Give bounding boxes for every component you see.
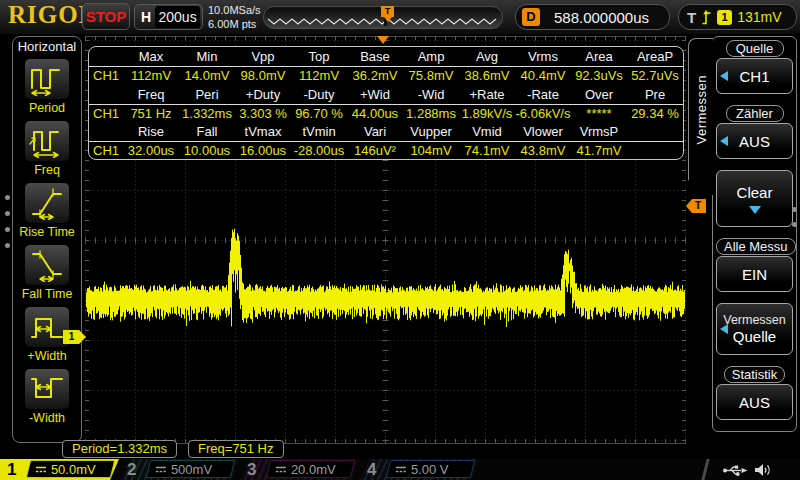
measurement-value: 38.6mV <box>459 67 515 86</box>
channel-scale: 500mV <box>171 462 212 477</box>
measurement-header: Vari <box>347 123 403 141</box>
dc-coupling-icon <box>395 466 407 473</box>
measurement-header: Vupper <box>403 123 459 141</box>
freq-readout: Freq=751 Hz <box>188 440 284 458</box>
softkey-label: Vermessen <box>723 313 786 327</box>
status-bar: RIGOL STOP H 200us 10.0MSa/s 6.00M pts T… <box>0 0 800 34</box>
channel-scale-box: 500mV <box>146 460 235 478</box>
delay-readout: D 588.000000us <box>515 4 670 30</box>
measurement-header-row: FreqPeri+Duty-Duty+Wid-Wid+Rate-RateOver… <box>89 86 683 105</box>
measurement-header: Vpp <box>235 48 291 66</box>
softkey-panel: QuelleCH1ZählerAUSClearAlle MessuEINVerm… <box>712 36 797 432</box>
ch1-zero-marker[interactable]: 1 <box>63 330 86 344</box>
softkey-alle-messu[interactable]: Alle MessuEIN <box>716 238 793 292</box>
measurement-value: 32.00us <box>123 142 179 160</box>
measurement-header: Base <box>347 48 403 66</box>
measurement-header: Fall <box>179 123 235 141</box>
softkey-zahler[interactable]: ZählerAUS <box>716 105 793 159</box>
measurement-header: Vrms <box>515 48 571 66</box>
measurement-value: 3.303 % <box>235 105 291 124</box>
measurement-header-row: MaxMinVppTopBaseAmpAvgVrmsAreaAreaP <box>89 48 683 67</box>
measurement-header: Avg <box>459 48 515 66</box>
softkey-value: AUS <box>739 394 770 411</box>
channel-3-status[interactable]: 320.0mV <box>240 459 359 480</box>
softkey-clear[interactable]: Clear <box>716 170 793 227</box>
measurement-header: tVmin <box>291 123 347 141</box>
channel-label: CH1 <box>89 67 123 86</box>
measurement-value: 98.0mV <box>235 67 291 86</box>
softkey-statistik[interactable]: StatistikAUS <box>716 366 793 420</box>
softkey-label: Statistik <box>724 366 786 383</box>
measurement-value: 75.8mV <box>403 67 459 86</box>
row-label-spacer <box>89 123 123 141</box>
menu-page-dot <box>5 243 10 248</box>
menu-tab-label: Vermessen <box>694 75 709 145</box>
softkey-value-box: EIN <box>716 256 793 292</box>
menu-item-width[interactable]: -Width <box>13 368 81 425</box>
menu-page-dot <box>5 195 10 200</box>
measurement-table: MaxMinVppTopBaseAmpAvgVrmsAreaAreaPCH111… <box>88 46 684 160</box>
measurement-header: Area <box>571 48 627 66</box>
softkey-value: AUS <box>739 133 770 150</box>
menu-item-fall-time[interactable]: Fall Time <box>13 244 81 301</box>
measurement-header: -Wid <box>403 86 459 104</box>
measurement-header: Peri <box>179 86 235 104</box>
usb-icon <box>722 463 748 480</box>
acquisition-info: 10.0MSa/s 6.00M pts <box>208 3 261 31</box>
measurement-header: tVmax <box>235 123 291 141</box>
measurement-value: 96.70 % <box>291 105 347 124</box>
horizontal-position-bar[interactable]: T <box>263 6 503 29</box>
measurement-value: 36.2mV <box>347 67 403 86</box>
measurement-header: Vlower <box>515 123 571 141</box>
row-label-spacer <box>89 86 123 104</box>
run-stop-button[interactable]: STOP <box>82 3 130 30</box>
menu-item-freq[interactable]: Freq <box>13 120 81 177</box>
left-arrow-icon <box>720 136 728 146</box>
channel-status-bar: 150.0mV2500mV320.0mV45.00 V <box>0 459 800 480</box>
horizontal-timebase-control[interactable]: H 200us <box>134 4 203 30</box>
softkey-value-box: AUS <box>716 384 793 420</box>
measurement-value-row: CH1112mV14.0mV98.0mV112mV36.2mV75.8mV38.… <box>89 67 683 86</box>
divider <box>701 459 709 480</box>
measurement-header: Max <box>123 48 179 66</box>
measurement-header: Pre <box>627 86 683 104</box>
channel-4-status[interactable]: 45.00 V <box>360 459 479 480</box>
menu-item-label: Period <box>29 101 65 115</box>
channel-label: CH1 <box>89 142 123 160</box>
trigger-position-flag[interactable]: T <box>381 6 394 17</box>
measurement-value: 10.00us <box>179 142 235 160</box>
measurement-value-row: CH1751 Hz1.332ms3.303 %96.70 %44.00us1.2… <box>89 105 683 124</box>
measurement-value: 41.7mV <box>571 142 627 160</box>
measurement-value: 40.4mV <box>515 67 571 86</box>
softkey-quelle[interactable]: QuelleCH1 <box>716 40 793 94</box>
measurement-header: Top <box>291 48 347 66</box>
channel-2-status[interactable]: 2500mV <box>120 459 239 480</box>
measurement-header: Freq <box>123 86 179 104</box>
delay-value: 588.000000us <box>540 9 663 26</box>
measurement-value: 92.3uVs <box>571 67 627 86</box>
channel-scale: 5.00 V <box>411 462 449 477</box>
softkey-vermessen[interactable]: VermessenQuelle <box>716 303 793 355</box>
menu-tab-vermessen[interactable]: Vermessen <box>688 38 713 196</box>
softkey-label: Clear <box>737 184 773 201</box>
measurement-value <box>627 142 683 160</box>
menu-item-period[interactable]: Period <box>13 58 81 115</box>
trigger-level-marker[interactable]: T <box>686 199 706 213</box>
measurement-value: 44.00us <box>347 105 403 124</box>
channel-scale: 50.0mV <box>51 462 96 477</box>
trigger-level-value: 131mV <box>737 9 781 25</box>
channel-1-status[interactable]: 150.0mV <box>0 459 119 480</box>
channel-label: CH1 <box>89 105 123 124</box>
menu-item-label: Freq <box>34 163 60 177</box>
down-arrow-icon <box>749 206 761 214</box>
measurement-header: VrmsP <box>571 123 627 141</box>
measurement-value: 16.00us <box>235 142 291 160</box>
softkey-label: Quelle <box>726 40 784 57</box>
rise-time-icon <box>24 182 70 224</box>
menu-item-rise-time[interactable]: Rise Time <box>13 182 81 239</box>
measurement-value: 112mV <box>123 67 179 86</box>
menu-page-dot <box>5 211 10 216</box>
trigger-label: T <box>687 9 696 26</box>
measurement-header: +Duty <box>235 86 291 104</box>
delay-badge: D <box>522 8 540 26</box>
